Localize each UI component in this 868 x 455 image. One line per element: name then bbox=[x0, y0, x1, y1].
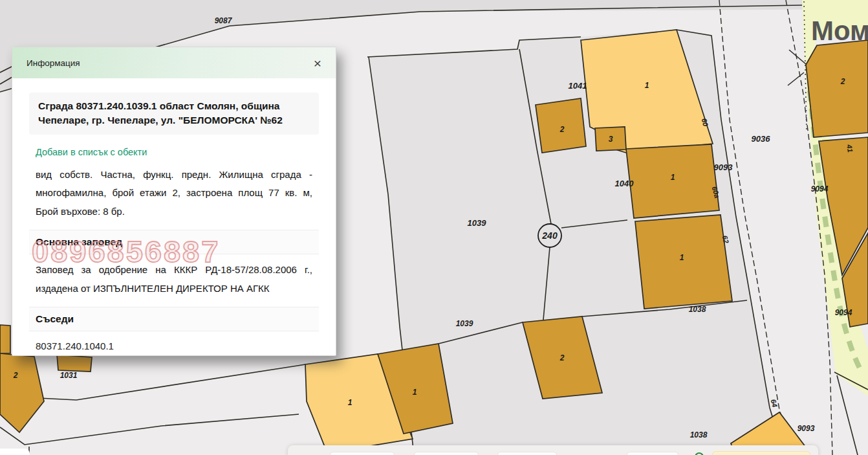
corner-lines-top-right bbox=[788, 50, 806, 85]
map-label-1038: 1038 bbox=[689, 305, 706, 314]
map-label-1: 1 bbox=[348, 398, 353, 407]
map-label-3: 3 bbox=[609, 135, 613, 144]
scale-input[interactable]: 1 : 366 bbox=[330, 452, 395, 455]
map-label-9093: 9093 bbox=[797, 424, 815, 433]
street-name-label: Мом bbox=[811, 16, 868, 46]
map-label-9093: 9093 bbox=[714, 162, 733, 172]
map-label-1: 1 bbox=[680, 253, 684, 262]
order-text: Заповед за одобрение на КККР РД-18-57/28… bbox=[36, 261, 312, 298]
add-to-list-link[interactable]: Добави в списък с обекти bbox=[36, 147, 147, 157]
map-label-9087: 9087 bbox=[215, 16, 233, 25]
map-label-1: 1 bbox=[645, 81, 649, 90]
magnifier-icon[interactable] bbox=[693, 451, 706, 455]
section-neighbors-heading: Съседи bbox=[29, 307, 319, 331]
map-label-2: 2 bbox=[840, 77, 845, 86]
map-label-9094: 9094 bbox=[811, 184, 829, 194]
highlighted-control[interactable] bbox=[712, 451, 810, 455]
building-small-bottom-left[interactable] bbox=[57, 355, 92, 372]
building-2-bottom-left[interactable] bbox=[0, 353, 44, 432]
map-label-1041: 1041 bbox=[569, 81, 587, 91]
app-screen: Мом 908710411231040111039103910381038103… bbox=[0, 0, 868, 455]
map-label-1: 1 bbox=[413, 388, 417, 397]
map-label-1: 1 bbox=[671, 173, 675, 182]
info-panel-body: Сграда 80371.240.1039.1 област Смолян, о… bbox=[12, 78, 336, 351]
close-icon[interactable]: × bbox=[312, 56, 323, 70]
neighbor-id[interactable]: 80371.240.1040.1 bbox=[36, 340, 312, 351]
map-label-240: 240 bbox=[541, 230, 558, 241]
map-label-41: 41 bbox=[845, 143, 854, 153]
y-coordinate-input[interactable]: 438473 bbox=[497, 452, 557, 455]
panel-title: Информация bbox=[27, 58, 80, 68]
map-label-9094: 9094 bbox=[835, 308, 852, 317]
object-details: вид собств. Частна, функц. предн. Жилищн… bbox=[36, 166, 312, 221]
object-title: Сграда 80371.240.1039.1 област Смолян, о… bbox=[29, 93, 319, 135]
map-label-1039: 1039 bbox=[456, 319, 473, 328]
map-status-toolbar: Мащаб 1 : 366 X: 4601345 Y: 438473 Коорд… bbox=[288, 445, 818, 455]
map-label-2: 2 bbox=[559, 125, 565, 134]
building-left-sliver[interactable] bbox=[0, 325, 10, 353]
map-label-9036: 9036 bbox=[752, 134, 771, 144]
section-order-heading: Основна заповед bbox=[29, 230, 319, 254]
corner-lines-bottom-left bbox=[0, 414, 299, 455]
crs-select[interactable]: ККС 2005 bbox=[627, 452, 678, 455]
map-label-1039: 1039 bbox=[468, 218, 487, 228]
corner-widget[interactable] bbox=[0, 449, 30, 455]
map-label-2: 2 bbox=[559, 353, 565, 362]
info-panel: Информация × Сграда 80371.240.1039.1 обл… bbox=[12, 47, 336, 356]
map-label-1040: 1040 bbox=[615, 179, 635, 188]
map-label-2: 2 bbox=[13, 371, 18, 380]
map-label-64: 64 bbox=[769, 398, 779, 408]
building-2-top-right[interactable] bbox=[806, 40, 868, 137]
map-label-1031: 1031 bbox=[60, 371, 78, 380]
map-label-1038: 1038 bbox=[690, 430, 708, 439]
info-panel-header: Информация × bbox=[12, 47, 336, 78]
x-coordinate-input[interactable]: 4601345 bbox=[414, 452, 479, 455]
